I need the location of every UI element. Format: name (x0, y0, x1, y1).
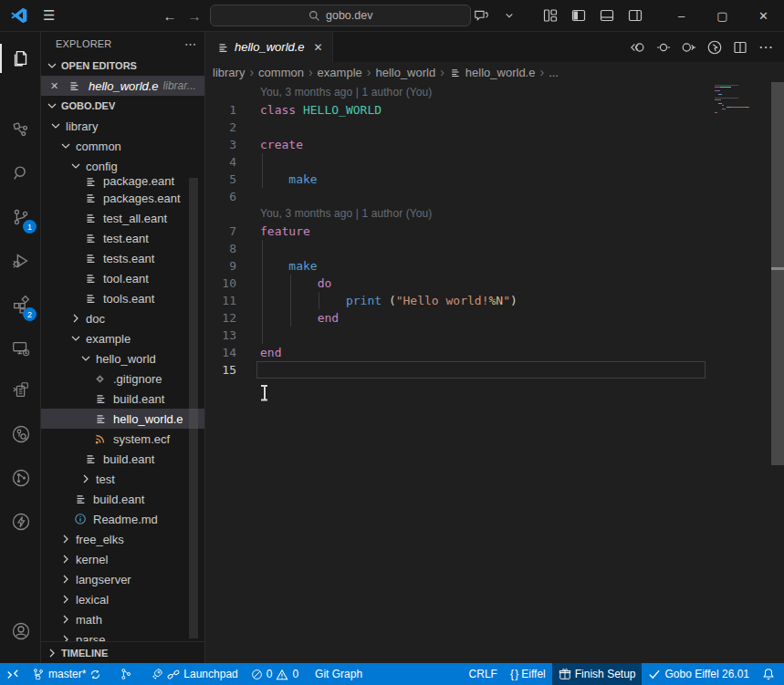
maximize-button[interactable]: ▢ (702, 0, 743, 31)
extensions-icon[interactable]: 2 (0, 285, 41, 324)
toggle-panel-icon[interactable] (597, 5, 617, 26)
line-content[interactable]: end (260, 309, 339, 327)
split-editor-icon[interactable] (731, 38, 749, 57)
gobo-eiffel-item[interactable]: Gobo Eiffel 26.01 (642, 663, 756, 685)
tree-folder-config[interactable]: config (41, 156, 204, 176)
line-content[interactable]: make (260, 171, 318, 188)
tab-hello-world[interactable]: hello_world.e ✕ (205, 32, 333, 62)
tree-file-build.eant[interactable]: build.eant (41, 389, 204, 409)
explorer-more-actions-icon[interactable]: ⋯ (184, 37, 197, 51)
eiffel-current-icon[interactable] (654, 38, 673, 57)
line-content[interactable]: make (260, 257, 318, 275)
breadcrumb-item[interactable]: hello_world (375, 66, 435, 79)
tree-folder-math[interactable]: math (41, 609, 204, 629)
tree-file-tools.eant[interactable]: tools.eant (41, 288, 204, 308)
menu-hamburger-icon[interactable]: ☰ (43, 7, 55, 24)
tree-file-Readme.md[interactable]: Readme.md (41, 509, 204, 529)
tree-folder-langserver[interactable]: langserver (41, 569, 204, 589)
language-indicator[interactable]: { } Eiffel (504, 663, 552, 685)
search-sidebar-icon[interactable] (0, 154, 41, 192)
open-editor-item[interactable]: ✕ hello_world.e librar... (41, 76, 204, 96)
code-line-10[interactable]: 10 do (205, 275, 784, 292)
git-graph-item[interactable]: Git Graph (308, 663, 369, 685)
close-window-button[interactable]: ✕ (743, 0, 784, 31)
line-number[interactable]: 5 (205, 171, 236, 188)
code-line-3[interactable]: 3create (205, 136, 784, 153)
finish-setup-item[interactable]: Finish Setup (552, 663, 643, 685)
tree-folder-library[interactable]: library (41, 116, 204, 136)
code-line-6[interactable]: 6 (205, 188, 784, 205)
more-actions-icon[interactable]: ⋯ (757, 38, 775, 57)
timeline-header[interactable]: TIMELINE (41, 641, 205, 663)
tree-folder-free_elks[interactable]: free_elks (41, 529, 204, 549)
line-number[interactable]: 13 (205, 327, 236, 344)
code-editor[interactable]: You, 3 months ago | 1 author (You)1class… (205, 82, 784, 663)
code-line-15[interactable]: 15 (205, 361, 784, 379)
line-number[interactable]: 15 (205, 361, 236, 379)
line-content[interactable]: class HELLO_WORLD (260, 101, 382, 119)
code-line-7[interactable]: 7feature (205, 223, 784, 240)
code-line-11[interactable]: 11 print ("Hello world!%N") (205, 292, 784, 309)
code-line-14[interactable]: 14end (205, 344, 784, 361)
task-explorer-icon[interactable] (0, 371, 41, 410)
remote-indicator[interactable] (0, 663, 26, 685)
explorer-icon[interactable] (0, 39, 41, 78)
tree-file-.gitignore[interactable]: .gitignore (41, 368, 204, 389)
run-compile-icon[interactable] (706, 38, 724, 57)
code-line-13[interactable]: 13 (205, 327, 784, 344)
code-line-2[interactable]: 2 (205, 119, 784, 136)
line-content[interactable]: do (260, 275, 331, 292)
line-number[interactable]: 14 (205, 344, 236, 361)
remote-explorer-icon[interactable] (0, 329, 41, 368)
command-center-search[interactable]: gobo.dev (210, 5, 471, 26)
line-number[interactable]: 12 (205, 309, 236, 327)
breadcrumb-item[interactable]: example (318, 66, 362, 79)
tree-file-tests.eant[interactable]: tests.eant (41, 248, 204, 268)
toggle-secondary-sidebar-icon[interactable] (625, 5, 645, 26)
tree-file-build.eant[interactable]: build.eant (41, 449, 204, 469)
tree-file-system.ecf[interactable]: system.ecf (41, 429, 204, 449)
code-line-9[interactable]: 9 make (205, 257, 784, 275)
notifications-bell[interactable] (756, 663, 784, 685)
workspace-header[interactable]: GOBO.DEV (41, 96, 204, 116)
nav-back-icon[interactable]: ← (162, 8, 176, 24)
minimize-button[interactable]: – (661, 0, 702, 31)
tree-folder-common[interactable]: common (41, 136, 204, 156)
sidebar-scrollbar[interactable] (189, 178, 198, 638)
line-number[interactable]: 4 (205, 153, 236, 171)
copilot-chat-icon[interactable] (471, 5, 491, 26)
open-editors-header[interactable]: OPEN EDITORS (41, 56, 204, 76)
tree-folder-doc[interactable]: doc (41, 308, 204, 328)
code-line-5[interactable]: 5 make (205, 171, 784, 188)
editor-scrollbar[interactable] (771, 82, 784, 465)
code-line-1[interactable]: 1class HELLO_WORLD (205, 101, 784, 119)
tree-file-build.eant[interactable]: build.eant (41, 489, 204, 509)
tree-folder-lexical[interactable]: lexical (41, 589, 204, 609)
tree-file-tool.eant[interactable]: tool.eant (41, 268, 204, 288)
breadcrumb-item[interactable]: hello_world.e (465, 66, 536, 79)
workflow-icon[interactable] (0, 110, 41, 149)
tree-folder-kernel[interactable]: kernel (41, 549, 204, 569)
code-line-4[interactable]: 4 (205, 153, 784, 171)
launchpad-item[interactable]: Launchpad (144, 663, 244, 685)
tree-file-test_all.eant[interactable]: test_all.eant (41, 208, 204, 228)
line-number[interactable]: 7 (205, 223, 236, 240)
line-content[interactable]: create (260, 136, 303, 153)
customize-layout-icon[interactable] (540, 5, 560, 26)
close-editor-icon[interactable]: ✕ (50, 80, 63, 92)
tree-file-hello_world.e[interactable]: hello_world.e (41, 409, 204, 429)
line-number[interactable]: 10 (205, 275, 236, 292)
chevron-down-icon[interactable] (499, 5, 519, 26)
git-actions-item[interactable] (113, 663, 139, 685)
nav-forward-icon[interactable]: → (187, 8, 201, 24)
line-number[interactable]: 11 (205, 292, 236, 309)
line-number[interactable]: 9 (205, 257, 236, 275)
eiffel-descendant-icon[interactable] (680, 38, 698, 57)
source-control-icon[interactable]: 1 (0, 198, 41, 236)
tree-file-package.eant[interactable]: package.eant (41, 176, 204, 188)
accounts-icon[interactable] (0, 612, 41, 650)
tree-folder-test[interactable]: test (41, 469, 204, 489)
line-number[interactable]: 6 (205, 188, 236, 205)
breadcrumb-item[interactable]: ... (549, 66, 559, 79)
minimap[interactable] (713, 85, 769, 116)
